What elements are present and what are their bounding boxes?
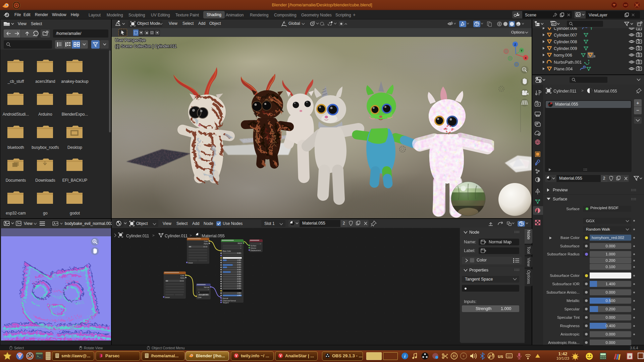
svg-text:(1) Scene Collection | Cylinde: (1) Scene Collection | Cylinder.011	[115, 44, 177, 49]
svg-text:Cylinder.006: Cylinder.006	[554, 27, 577, 31]
svg-text:>_: >_	[37, 355, 41, 358]
svg-text:Cylinder.007: Cylinder.007	[554, 33, 577, 38]
svg-text:horny.006: horny.006	[554, 53, 572, 58]
svg-text:0.000: 0.000	[237, 274, 241, 275]
svg-text:V: V	[235, 354, 237, 358]
svg-text:1.000: 1.000	[237, 292, 241, 294]
svg-text:0.000: 0.000	[237, 276, 241, 278]
svg-text:Y: Y	[521, 49, 523, 52]
svg-text:8: 8	[594, 55, 595, 58]
svg-text:0.000: 0.000	[237, 252, 241, 254]
svg-text:1.000: 1.000	[237, 295, 241, 296]
svg-text:V: V	[279, 354, 282, 358]
svg-text:Select: Select	[14, 346, 24, 350]
svg-text:Plane.004: Plane.004	[554, 67, 573, 71]
svg-text:0.000: 0.000	[237, 278, 241, 280]
svg-text:Vector: Vector	[165, 296, 170, 298]
svg-text:0.000: 0.000	[237, 262, 241, 263]
svg-text:Cylinder.009: Cylinder.009	[554, 46, 577, 51]
svg-text:Color: Color	[204, 240, 208, 242]
svg-text:0.400: 0.400	[237, 271, 241, 273]
svg-text:Surface: Surface	[251, 245, 256, 247]
svg-text:0.000: 0.000	[237, 288, 241, 289]
svg-text:Color: Color	[198, 296, 202, 298]
svg-text:esp32-cam: esp32-cam	[6, 211, 25, 216]
svg-text:Normal: Normal	[223, 297, 228, 299]
svg-text:V: V	[19, 353, 21, 357]
svg-text:Documents: Documents	[6, 178, 26, 183]
svg-text:Z: Z	[514, 43, 516, 46]
svg-text:acers3fand: acers3fand	[35, 79, 55, 84]
svg-text:X: X	[525, 56, 527, 60]
svg-text:User Perspective: User Perspective	[115, 38, 146, 43]
svg-text:0.000: 0.000	[237, 269, 241, 270]
svg-text:Desktop: Desktop	[67, 145, 82, 150]
svg-text:BlenderExpo...: BlenderExpo...	[62, 112, 88, 117]
svg-text:Volume: Volume	[251, 247, 256, 249]
svg-text:Arduino: Arduino	[38, 112, 52, 117]
svg-text:Alpha: Alpha	[180, 277, 184, 279]
svg-text:1.450: 1.450	[237, 283, 241, 285]
svg-text:_cb_stuff: _cb_stuff	[7, 79, 24, 84]
svg-text:busybox_rootfs: busybox_rootfs	[32, 145, 59, 150]
svg-text:Color: Color	[180, 275, 184, 277]
svg-text:Downloads: Downloads	[35, 178, 55, 183]
svg-text:0.030: 0.030	[237, 281, 241, 282]
svg-text:Cylinder.008: Cylinder.008	[554, 40, 577, 44]
svg-text:us: us	[498, 354, 503, 359]
svg-text:Rotate View: Rotate View	[84, 346, 103, 350]
svg-text:Displacement: Displacement	[251, 249, 261, 251]
svg-text:anakey-backup: anakey-backup	[61, 79, 89, 84]
svg-text:0.200: 0.200	[237, 266, 241, 268]
svg-text:BSDF: BSDF	[238, 242, 242, 244]
svg-text:Alpha: Alpha	[204, 243, 208, 245]
svg-text:0.500: 0.500	[237, 264, 241, 266]
svg-text:0.000: 0.000	[237, 285, 241, 287]
svg-text:Vector: Vector	[188, 262, 193, 264]
svg-text:Object Context Menu: Object Context Menu	[152, 346, 185, 350]
svg-text:EFI_BACKUP: EFI_BACKUP	[62, 178, 88, 183]
svg-text:NurbsPath.001: NurbsPath.001	[554, 60, 582, 65]
svg-text:bluetooth: bluetooth	[7, 145, 24, 150]
svg-text:1.400: 1.400	[237, 259, 241, 261]
svg-text:AndroidStudi...: AndroidStudi...	[3, 112, 29, 117]
svg-text:godot: godot	[70, 211, 80, 216]
svg-text:i: i	[404, 354, 406, 359]
svg-text:go: go	[43, 211, 48, 216]
svg-text:Normal: Normal	[204, 286, 209, 288]
svg-text:0.0980: 0.0980	[204, 294, 208, 296]
svg-text:Base Color: Base Color	[223, 250, 231, 252]
svg-text:Tangent: Tangent	[223, 302, 229, 304]
svg-text:a: a	[629, 354, 631, 359]
